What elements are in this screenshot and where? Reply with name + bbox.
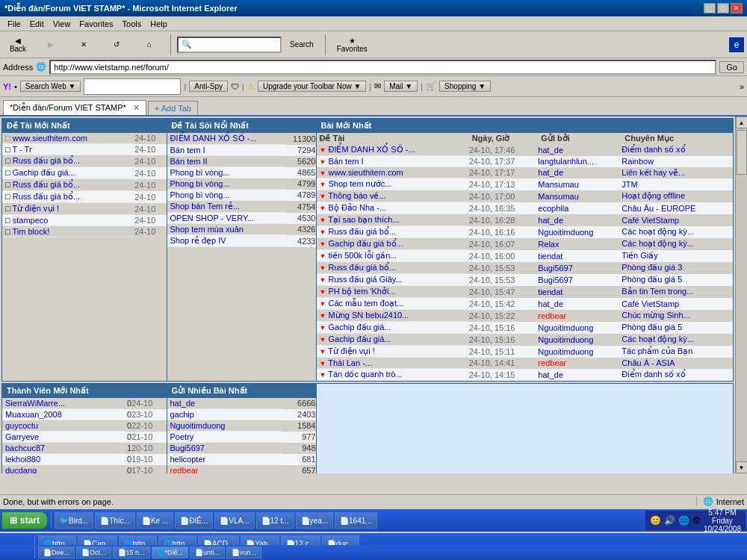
post-link[interactable]: Tại sao bạn thích... [328, 215, 399, 224]
category-link[interactable]: Điểm danh số xổ [622, 145, 685, 154]
author-link[interactable]: Bugi5697 [538, 276, 573, 284]
shopping-button[interactable]: Shopping ▼ [439, 81, 491, 92]
hot-topic-link[interactable]: Shop tem mùa xuân [170, 225, 244, 234]
menu-help[interactable]: Help [146, 18, 172, 30]
search-button[interactable]: Search [285, 38, 319, 51]
author-link[interactable]: hat_de [538, 146, 563, 155]
menu-favorites[interactable]: Favorites [75, 18, 117, 30]
topic-link[interactable]: Gachip đấu giá... [13, 168, 75, 177]
hot-topic-link[interactable]: Phong bì vòng... [170, 168, 230, 177]
category-link[interactable]: Các hoạt động kỳ... [622, 227, 694, 236]
post-link[interactable]: tiền 500k lỗi gần... [328, 251, 397, 260]
author-link[interactable]: tiendat [538, 252, 562, 261]
post-link[interactable]: Gachip đấu giá bổ... [328, 239, 403, 248]
scroll-down-arrow[interactable]: ▼ [736, 461, 748, 473]
tray-icon-1[interactable]: 😊 [650, 515, 661, 526]
category-link[interactable]: Tác phẩm của Bạn [622, 346, 692, 355]
category-link[interactable]: Châu Á - ASIA [622, 358, 675, 367]
post-link[interactable]: www.sieuthitem.com [328, 168, 403, 177]
post-link[interactable]: Tán dốc quanh trò... [328, 370, 402, 379]
tray-icon-3[interactable]: 🌐 [678, 515, 689, 526]
post-link[interactable]: Thông báo về... [328, 191, 385, 200]
scroll-content[interactable]: Đề Tài Mới Nhất □ www.sieuthitem.com 24-… [0, 116, 735, 473]
category-link[interactable]: Tiền Giấy [622, 251, 657, 260]
author-link[interactable]: langtulanhlun... [538, 157, 594, 166]
taskbar-item[interactable]: 📄 ĐIÊ... [175, 512, 213, 529]
post-link[interactable]: Russ đấu giá bổ... [328, 227, 395, 236]
minimize-button[interactable]: _ [704, 3, 716, 13]
taskbar-item[interactable]: 📄 1641... [335, 512, 377, 529]
post-link[interactable]: Mừng SN bebu2410... [328, 311, 409, 320]
poster-link[interactable]: Bugi5697 [170, 444, 205, 452]
hot-topic-link[interactable]: Phong bì vòng... [170, 190, 230, 199]
category-link[interactable]: Điểm danh số xổ [622, 370, 685, 379]
stop-button[interactable]: ✕ [69, 38, 99, 51]
member-link[interactable]: lekhoi880 [5, 455, 40, 464]
member-link[interactable]: Garryeve [5, 432, 39, 441]
taskbar-item[interactable]: 📄 15 n... [113, 547, 150, 559]
go-button[interactable]: Go [719, 61, 744, 73]
active-tab[interactable]: *Diễn đàn/Forum VIET STAMP* ✕ [3, 100, 146, 115]
search-input[interactable] [192, 40, 277, 49]
hot-topic-link[interactable]: ĐIỂM DANH XỔ SỐ -... [170, 134, 257, 143]
author-link[interactable]: Nguoitimduong [538, 228, 593, 237]
mail-button[interactable]: Mail ▼ [384, 81, 418, 92]
taskbar-item[interactable]: 🌐 *Diê... [152, 547, 189, 559]
author-link[interactable]: hat_de [538, 299, 563, 308]
post-link[interactable]: Bộ Đảo Nha -... [328, 203, 386, 212]
author-link[interactable]: hat_de [538, 168, 563, 177]
menu-file[interactable]: File [3, 18, 25, 30]
favorites-button[interactable]: ★ Favorites [332, 34, 373, 55]
topic-link[interactable]: Từ điện vụi ! [13, 204, 60, 213]
post-link[interactable]: Bán tem I [328, 157, 363, 166]
topic-link[interactable]: Russ đấu giá bổ... [13, 192, 80, 201]
post-link[interactable]: PH bộ tem 'Khởi... [328, 287, 395, 296]
category-link[interactable]: Các hoạt động kỳ... [622, 239, 694, 248]
taskbar-item[interactable]: 🐦 Bird... [55, 512, 93, 529]
forward-button[interactable]: ▶ [36, 38, 66, 51]
category-link[interactable]: Café VietStamp [622, 299, 679, 308]
author-link[interactable]: Nguoitimduong [538, 347, 593, 356]
post-link[interactable]: Shop tem nước... [328, 179, 391, 188]
poster-link[interactable]: redbear [170, 466, 199, 473]
start-button[interactable]: ⊞ start [1, 511, 48, 529]
taskbar-item[interactable]: 📄 Dee... [38, 547, 75, 559]
taskbar-item[interactable]: 📄 12 t... [256, 512, 294, 529]
author-link[interactable]: redbear [538, 311, 566, 320]
maximize-button[interactable]: □ [717, 3, 729, 13]
poster-link[interactable]: Nguoitimduong [170, 421, 226, 430]
search-box[interactable]: 🔍 [177, 37, 282, 53]
menu-tools[interactable]: Tools [118, 18, 146, 30]
author-link[interactable]: Relax [538, 240, 559, 249]
author-link[interactable]: ecophila [538, 204, 568, 213]
member-link[interactable]: Muaxuan_2008 [5, 410, 62, 419]
close-button[interactable]: ✕ [731, 3, 743, 13]
tab-close-icon[interactable]: ✕ [133, 103, 140, 112]
author-link[interactable]: Nguoitimduong [538, 335, 593, 344]
category-link[interactable]: Phòng đấu giá 3 [622, 263, 682, 272]
topic-link[interactable]: Russ đấu giá bổ... [13, 156, 80, 165]
post-link[interactable]: Gachip đấu giá... [328, 323, 391, 332]
taskbar-item[interactable]: 📄 VLA... [214, 512, 254, 529]
taskbar-item[interactable]: 📄 Thíc... [95, 512, 135, 529]
hot-topic-link[interactable]: OPEN SHOP - VERY... [170, 214, 255, 223]
yahoo-search-input[interactable] [87, 82, 177, 91]
menu-view[interactable]: View [49, 18, 75, 30]
antispy-button[interactable]: Anti-Spy [189, 81, 228, 92]
post-link[interactable]: Thái Lan -... [328, 358, 372, 367]
scroll-up-arrow[interactable]: ▲ [736, 116, 748, 128]
back-button[interactable]: ◀ Back [3, 34, 33, 55]
category-link[interactable]: Bản tin Tem trong... [622, 287, 693, 296]
hot-topic-link[interactable]: Shop rẻ đẹp IV [170, 236, 226, 245]
author-link[interactable]: hat_de [538, 216, 563, 225]
author-link[interactable]: Mansumau [538, 192, 578, 201]
hot-topic-link[interactable]: Phong bì vòng... [170, 179, 230, 188]
author-link[interactable]: Mansumau [538, 180, 578, 189]
author-link[interactable]: tiendat [538, 287, 562, 296]
hot-topic-link[interactable]: Shop bán Tem rẻ... [170, 202, 241, 211]
topic-link[interactable]: www.sieuthitem.com [13, 134, 87, 143]
category-link[interactable]: JTM [622, 180, 637, 189]
category-link[interactable]: Liên kết hay vẽ... [622, 168, 685, 177]
hot-topic-link[interactable]: Bán tem I [170, 146, 205, 155]
category-link[interactable]: Chúc mừng Sinh... [622, 311, 689, 320]
